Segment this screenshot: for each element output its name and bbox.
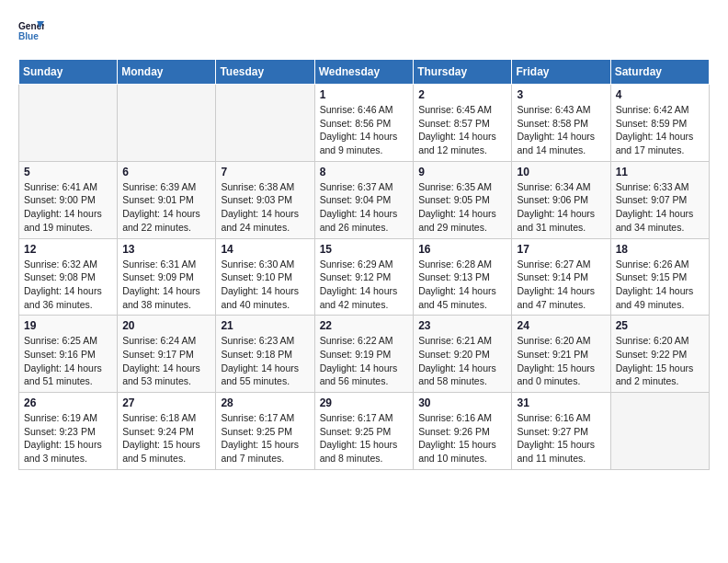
page-header: General Blue: [18, 18, 710, 44]
calendar-cell: 15Sunrise: 6:29 AMSunset: 9:12 PMDayligh…: [314, 238, 414, 316]
calendar-cell: 26Sunrise: 6:19 AMSunset: 9:23 PMDayligh…: [19, 393, 118, 470]
col-header-saturday: Saturday: [610, 60, 709, 85]
calendar-cell: 6Sunrise: 6:39 AMSunset: 9:01 PMDaylight…: [118, 161, 216, 238]
col-header-tuesday: Tuesday: [216, 60, 314, 85]
day-info: Sunrise: 6:17 AMSunset: 9:25 PMDaylight:…: [221, 411, 309, 465]
day-info: Sunrise: 6:26 AMSunset: 9:15 PMDaylight:…: [616, 258, 704, 312]
day-info: Sunrise: 6:31 AMSunset: 9:09 PMDaylight:…: [122, 258, 210, 312]
calendar-cell: 4Sunrise: 6:42 AMSunset: 8:59 PMDaylight…: [610, 85, 709, 162]
svg-text:Blue: Blue: [18, 31, 39, 41]
day-info: Sunrise: 6:34 AMSunset: 9:06 PMDaylight:…: [517, 180, 605, 235]
day-info: Sunrise: 6:42 AMSunset: 8:59 PMDaylight:…: [616, 103, 704, 157]
day-number: 9: [418, 166, 506, 178]
day-number: 19: [24, 319, 112, 332]
day-info: Sunrise: 6:37 AMSunset: 9:04 PMDaylight:…: [320, 180, 409, 235]
day-info: Sunrise: 6:43 AMSunset: 8:58 PMDaylight:…: [517, 103, 605, 157]
day-number: 26: [24, 396, 112, 409]
calendar-cell: [118, 85, 216, 162]
calendar-cell: 5Sunrise: 6:41 AMSunset: 9:00 PMDaylight…: [19, 161, 118, 238]
col-header-sunday: Sunday: [19, 60, 118, 85]
calendar-cell: 8Sunrise: 6:37 AMSunset: 9:04 PMDaylight…: [314, 161, 414, 238]
day-info: Sunrise: 6:27 AMSunset: 9:14 PMDaylight:…: [517, 258, 605, 312]
day-number: 27: [122, 396, 210, 409]
day-info: Sunrise: 6:32 AMSunset: 9:08 PMDaylight:…: [24, 258, 112, 312]
day-info: Sunrise: 6:33 AMSunset: 9:07 PMDaylight:…: [616, 180, 704, 235]
day-number: 29: [320, 396, 409, 409]
day-info: Sunrise: 6:24 AMSunset: 9:17 PMDaylight:…: [122, 334, 210, 388]
calendar-cell: 24Sunrise: 6:20 AMSunset: 9:21 PMDayligh…: [512, 316, 610, 393]
day-number: 31: [517, 396, 605, 409]
day-info: Sunrise: 6:45 AMSunset: 8:57 PMDaylight:…: [418, 103, 506, 157]
day-number: 12: [24, 243, 112, 256]
calendar-table: SundayMondayTuesdayWednesdayThursdayFrid…: [18, 59, 710, 470]
calendar-cell: 28Sunrise: 6:17 AMSunset: 9:25 PMDayligh…: [216, 393, 314, 470]
day-number: 15: [320, 243, 409, 256]
day-info: Sunrise: 6:30 AMSunset: 9:10 PMDaylight:…: [221, 258, 309, 312]
day-info: Sunrise: 6:17 AMSunset: 9:25 PMDaylight:…: [320, 411, 409, 465]
day-info: Sunrise: 6:20 AMSunset: 9:21 PMDaylight:…: [517, 334, 605, 388]
calendar-cell: 14Sunrise: 6:30 AMSunset: 9:10 PMDayligh…: [216, 238, 314, 316]
calendar-cell: 17Sunrise: 6:27 AMSunset: 9:14 PMDayligh…: [512, 238, 610, 316]
calendar-cell: 27Sunrise: 6:18 AMSunset: 9:24 PMDayligh…: [118, 393, 216, 470]
calendar-cell: 18Sunrise: 6:26 AMSunset: 9:15 PMDayligh…: [610, 238, 709, 316]
day-info: Sunrise: 6:41 AMSunset: 9:00 PMDaylight:…: [24, 180, 112, 235]
day-number: 16: [418, 243, 506, 256]
day-number: 30: [418, 396, 506, 409]
calendar-cell: 3Sunrise: 6:43 AMSunset: 8:58 PMDaylight…: [512, 85, 610, 162]
calendar-cell: [19, 85, 118, 162]
day-info: Sunrise: 6:46 AMSunset: 8:56 PMDaylight:…: [320, 103, 409, 157]
day-info: Sunrise: 6:23 AMSunset: 9:18 PMDaylight:…: [221, 334, 309, 388]
day-info: Sunrise: 6:22 AMSunset: 9:19 PMDaylight:…: [320, 334, 409, 388]
calendar-cell: 21Sunrise: 6:23 AMSunset: 9:18 PMDayligh…: [216, 316, 314, 393]
day-info: Sunrise: 6:39 AMSunset: 9:01 PMDaylight:…: [122, 180, 210, 235]
day-info: Sunrise: 6:19 AMSunset: 9:23 PMDaylight:…: [24, 411, 112, 465]
day-number: 23: [418, 319, 506, 332]
day-number: 6: [122, 166, 210, 178]
day-info: Sunrise: 6:28 AMSunset: 9:13 PMDaylight:…: [418, 258, 506, 312]
day-number: 22: [320, 319, 409, 332]
calendar-cell: 10Sunrise: 6:34 AMSunset: 9:06 PMDayligh…: [512, 161, 610, 238]
col-header-wednesday: Wednesday: [314, 60, 414, 85]
calendar-cell: 1Sunrise: 6:46 AMSunset: 8:56 PMDaylight…: [314, 85, 414, 162]
day-info: Sunrise: 6:18 AMSunset: 9:24 PMDaylight:…: [122, 411, 210, 465]
day-number: 2: [418, 88, 506, 101]
calendar-cell: 16Sunrise: 6:28 AMSunset: 9:13 PMDayligh…: [414, 238, 512, 316]
day-number: 28: [221, 396, 309, 409]
calendar-cell: 12Sunrise: 6:32 AMSunset: 9:08 PMDayligh…: [19, 238, 118, 316]
day-info: Sunrise: 6:29 AMSunset: 9:12 PMDaylight:…: [320, 258, 409, 312]
calendar-cell: [216, 85, 314, 162]
calendar-cell: 9Sunrise: 6:35 AMSunset: 9:05 PMDaylight…: [414, 161, 512, 238]
day-number: 17: [517, 243, 605, 256]
col-header-monday: Monday: [118, 60, 216, 85]
day-info: Sunrise: 6:38 AMSunset: 9:03 PMDaylight:…: [221, 180, 309, 235]
day-number: 1: [320, 88, 409, 101]
day-info: Sunrise: 6:16 AMSunset: 9:26 PMDaylight:…: [418, 411, 506, 465]
day-number: 13: [122, 243, 210, 256]
day-number: 14: [221, 243, 309, 256]
day-number: 20: [122, 319, 210, 332]
day-number: 5: [24, 166, 112, 178]
calendar-cell: 20Sunrise: 6:24 AMSunset: 9:17 PMDayligh…: [118, 316, 216, 393]
calendar-cell: [610, 393, 709, 470]
calendar-cell: 22Sunrise: 6:22 AMSunset: 9:19 PMDayligh…: [314, 316, 414, 393]
day-info: Sunrise: 6:16 AMSunset: 9:27 PMDaylight:…: [517, 411, 605, 465]
day-number: 8: [320, 166, 409, 178]
day-info: Sunrise: 6:20 AMSunset: 9:22 PMDaylight:…: [616, 334, 704, 388]
calendar-cell: 19Sunrise: 6:25 AMSunset: 9:16 PMDayligh…: [19, 316, 118, 393]
calendar-cell: 23Sunrise: 6:21 AMSunset: 9:20 PMDayligh…: [414, 316, 512, 393]
calendar-cell: 25Sunrise: 6:20 AMSunset: 9:22 PMDayligh…: [610, 316, 709, 393]
logo-icon: General Blue: [18, 18, 44, 44]
day-number: 25: [616, 319, 704, 332]
col-header-friday: Friday: [512, 60, 610, 85]
calendar-cell: 29Sunrise: 6:17 AMSunset: 9:25 PMDayligh…: [314, 393, 414, 470]
logo: General Blue: [18, 18, 44, 44]
day-info: Sunrise: 6:25 AMSunset: 9:16 PMDaylight:…: [24, 334, 112, 388]
day-info: Sunrise: 6:21 AMSunset: 9:20 PMDaylight:…: [418, 334, 506, 388]
day-info: Sunrise: 6:35 AMSunset: 9:05 PMDaylight:…: [418, 180, 506, 235]
calendar-cell: 11Sunrise: 6:33 AMSunset: 9:07 PMDayligh…: [610, 161, 709, 238]
day-number: 4: [616, 88, 704, 101]
calendar-cell: 2Sunrise: 6:45 AMSunset: 8:57 PMDaylight…: [414, 85, 512, 162]
day-number: 18: [616, 243, 704, 256]
calendar-cell: 13Sunrise: 6:31 AMSunset: 9:09 PMDayligh…: [118, 238, 216, 316]
calendar-cell: 30Sunrise: 6:16 AMSunset: 9:26 PMDayligh…: [414, 393, 512, 470]
